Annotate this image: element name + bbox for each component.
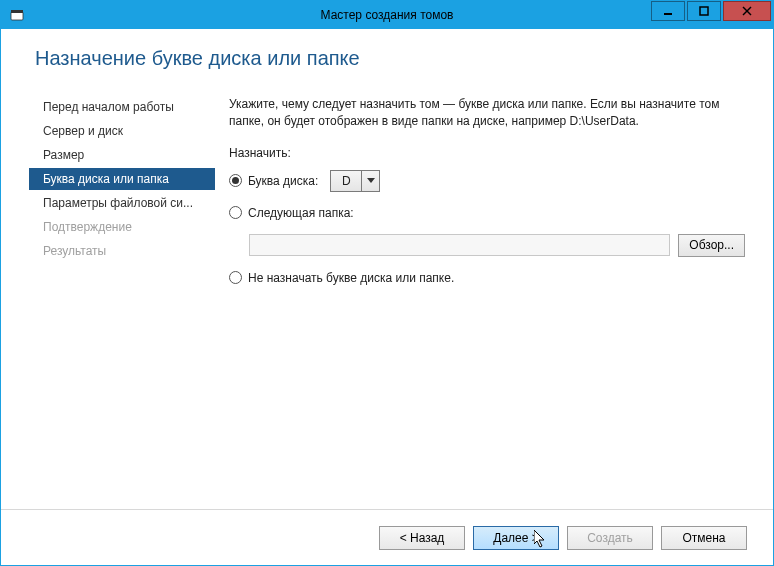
wizard-window: Мастер создания томов Назначение букве д… xyxy=(0,0,774,566)
radio-no-assign[interactable] xyxy=(229,271,242,284)
next-button[interactable]: Далее > xyxy=(473,526,559,550)
content-area: Назначение букве диска или папке Перед н… xyxy=(1,29,773,509)
titlebar[interactable]: Мастер создания томов xyxy=(1,1,773,29)
minimize-button[interactable] xyxy=(651,1,685,21)
sidebar-item-confirmation: Подтверждение xyxy=(29,216,215,238)
svg-rect-0 xyxy=(11,12,23,20)
option-following-folder[interactable]: Следующая папка: xyxy=(229,206,745,220)
option-drive-letter[interactable]: Буква диска: D xyxy=(229,170,745,192)
drive-letter-value: D xyxy=(331,171,361,191)
main-panel: Укажите, чему следует назначить том — бу… xyxy=(215,96,745,499)
svg-rect-1 xyxy=(11,10,23,13)
folder-path-row: Обзор... xyxy=(249,234,745,257)
footer: < Назад Далее > Создать Отмена xyxy=(1,509,773,565)
instruction-text: Укажите, чему следует назначить том — бу… xyxy=(229,96,745,130)
app-icon xyxy=(9,7,25,23)
sidebar-item-drive-letter[interactable]: Буква диска или папка xyxy=(29,168,215,190)
radio-drive-letter[interactable] xyxy=(229,174,242,187)
chevron-down-icon[interactable] xyxy=(361,171,379,191)
maximize-button[interactable] xyxy=(687,1,721,21)
option-following-folder-label: Следующая папка: xyxy=(248,206,354,220)
option-drive-letter-label: Буква диска: xyxy=(248,174,318,188)
svg-rect-3 xyxy=(700,7,708,15)
close-button[interactable] xyxy=(723,1,771,21)
cancel-button[interactable]: Отмена xyxy=(661,526,747,550)
sidebar-item-server-disk[interactable]: Сервер и диск xyxy=(29,120,215,142)
browse-button[interactable]: Обзор... xyxy=(678,234,745,257)
sidebar: Перед началом работы Сервер и диск Разме… xyxy=(29,96,215,499)
create-button: Создать xyxy=(567,526,653,550)
body-area: Перед началом работы Сервер и диск Разме… xyxy=(29,96,745,499)
next-button-label: Далее > xyxy=(493,531,539,545)
option-no-assign[interactable]: Не назначать букве диска или папке. xyxy=(229,271,745,285)
radio-following-folder[interactable] xyxy=(229,206,242,219)
folder-path-input xyxy=(249,234,670,256)
page-title: Назначение букве диска или папке xyxy=(35,47,745,70)
sidebar-item-results: Результаты xyxy=(29,240,215,262)
sidebar-item-before-begin[interactable]: Перед началом работы xyxy=(29,96,215,118)
sidebar-item-size[interactable]: Размер xyxy=(29,144,215,166)
titlebar-buttons xyxy=(651,1,773,29)
option-no-assign-label: Не назначать букве диска или папке. xyxy=(248,271,454,285)
assign-label: Назначить: xyxy=(229,146,745,160)
svg-marker-6 xyxy=(367,178,375,183)
drive-letter-select[interactable]: D xyxy=(330,170,380,192)
back-button[interactable]: < Назад xyxy=(379,526,465,550)
sidebar-item-filesystem[interactable]: Параметры файловой си... xyxy=(29,192,215,214)
